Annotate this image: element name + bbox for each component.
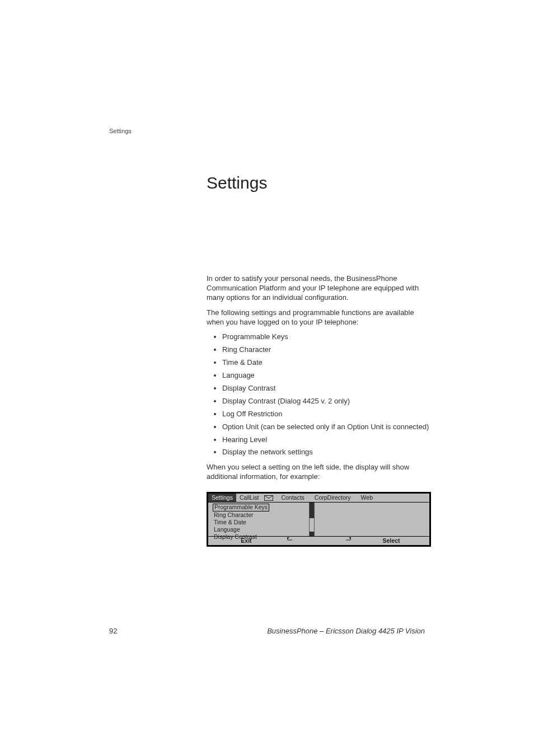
running-header-section: Settings [109,128,132,134]
list-item: Programmable Keys [222,332,430,342]
list-item: Log Off Restriction [222,410,430,419]
list-item: Hearing Level [222,435,430,445]
phone-display-illustration: Settings CallList Contacts CorpDirectory… [207,492,431,547]
phone-softkey-bar: Exit Select [208,536,429,545]
menu-item-language[interactable]: Language [213,526,307,533]
scrollbar-thumb[interactable] [310,503,314,518]
phone-tab-bar: Settings CallList Contacts CorpDirectory… [208,494,429,503]
tab-calllist[interactable]: CallList [236,494,262,502]
list-item: Option Unit (can be selected only if an … [222,422,430,432]
tab-corpdirectory[interactable]: CorpDirectory [311,494,354,502]
example-lead-in: When you select a setting on the left si… [207,463,430,482]
settings-bullet-list: Programmable Keys Ring Character Time & … [207,332,430,457]
list-item: Language [222,371,430,381]
envelope-icon [264,495,273,501]
list-item: Display Contrast (Dialog 4425 v. 2 only) [222,397,430,406]
tab-web[interactable]: Web [358,494,376,502]
list-item: Display Contrast [222,384,430,393]
softkey-middle [280,537,358,544]
intro-paragraph-1: In order to satisfy your personal needs,… [207,274,430,303]
footer-product-name: BusinessPhone – Ericsson Dialog 4425 IP … [267,627,425,635]
tab-contacts[interactable]: Contacts [278,494,307,502]
menu-item-programmable-keys[interactable]: Programmable Keys [213,504,269,511]
list-item: Display the network settings [222,448,430,457]
menu-item-ring-character[interactable]: Ring Character [213,511,307,519]
phone-detail-pane [315,503,429,536]
svg-marker-1 [287,537,289,539]
scrollbar-bottom-cap [310,532,314,536]
menu-item-time-date[interactable]: Time & Date [213,519,307,526]
list-item: Time & Date [222,358,430,368]
list-item: Ring Character [222,345,430,355]
softkey-exit[interactable]: Exit [213,537,280,544]
phone-settings-menu: Programmable Keys Ring Character Time & … [208,503,309,536]
arrow-up-left-icon [287,537,294,544]
tab-settings[interactable]: Settings [208,494,236,502]
page: Settings Settings In order to satisfy yo… [0,0,534,756]
phone-body: Programmable Keys Ring Character Time & … [208,503,429,536]
page-number: 92 [109,627,117,635]
phone-menu-scrollbar[interactable] [309,503,315,536]
svg-marker-2 [349,537,351,539]
softkey-select[interactable]: Select [358,537,425,544]
body-column: In order to satisfy your personal needs,… [207,274,430,487]
page-title: Settings [207,173,267,192]
intro-paragraph-2: The following settings and programmable … [207,308,430,327]
arrow-up-right-icon [344,537,351,544]
